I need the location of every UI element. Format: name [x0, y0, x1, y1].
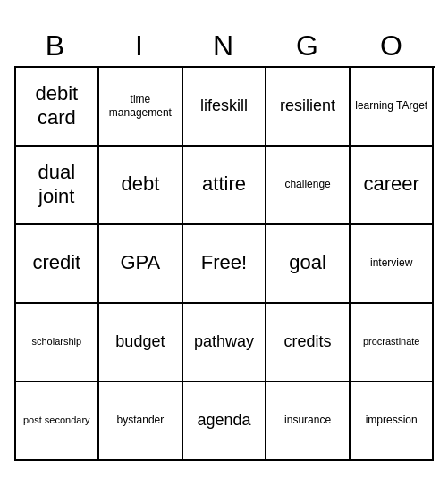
bingo-cell-22[interactable]: agenda — [183, 382, 267, 461]
bingo-grid: debit cardtime managementlifeskillresili… — [14, 66, 435, 461]
cell-text-15: scholarship — [31, 336, 81, 348]
bingo-cell-21[interactable]: bystander — [99, 382, 183, 461]
bingo-cell-14[interactable]: interview — [351, 225, 435, 304]
bingo-cell-1[interactable]: time management — [99, 68, 183, 147]
header-g: G — [266, 26, 351, 66]
bingo-card: B I N G O debit cardtime managementlifes… — [14, 26, 435, 461]
bingo-cell-0[interactable]: debit card — [16, 68, 100, 147]
bingo-cell-11[interactable]: GPA — [99, 225, 183, 304]
bingo-cell-23[interactable]: insurance — [266, 382, 351, 461]
cell-text-17: pathway — [194, 332, 254, 352]
cell-text-23: insurance — [284, 414, 331, 426]
header-b: B — [14, 26, 98, 66]
cell-text-20: post secondary — [23, 415, 90, 426]
header-o: O — [351, 26, 435, 66]
cell-text-4: learning TArget — [355, 99, 427, 112]
cell-text-11: GPA — [120, 251, 160, 274]
bingo-cell-13[interactable]: goal — [266, 225, 351, 304]
bingo-cell-20[interactable]: post secondary — [16, 382, 100, 461]
bingo-cell-16[interactable]: budget — [99, 304, 183, 382]
cell-text-7: attire — [202, 172, 246, 196]
bingo-cell-24[interactable]: impression — [351, 382, 435, 461]
bingo-cell-8[interactable]: challenge — [266, 147, 351, 225]
bingo-cell-18[interactable]: credits — [266, 304, 351, 382]
bingo-cell-9[interactable]: career — [351, 147, 435, 225]
cell-text-6: debt — [121, 172, 159, 196]
bingo-cell-5[interactable]: dual joint — [16, 147, 100, 225]
bingo-cell-7[interactable]: attire — [183, 147, 267, 225]
header-i: I — [98, 26, 182, 66]
cell-text-3: resilient — [280, 96, 335, 116]
cell-text-22: agenda — [197, 411, 250, 431]
cell-text-16: budget — [115, 332, 165, 352]
cell-text-5: dual joint — [20, 161, 95, 208]
bingo-cell-12[interactable]: Free! — [183, 225, 267, 304]
bingo-cell-17[interactable]: pathway — [183, 304, 267, 382]
bingo-cell-10[interactable]: credit — [16, 225, 100, 304]
bingo-cell-4[interactable]: learning TArget — [351, 68, 435, 147]
bingo-cell-6[interactable]: debt — [99, 147, 183, 225]
cell-text-19: procrastinate — [363, 336, 420, 348]
cell-text-24: impression — [366, 414, 418, 426]
bingo-cell-19[interactable]: procrastinate — [351, 304, 435, 382]
cell-text-21: bystander — [117, 414, 165, 426]
cell-text-0: debit card — [20, 82, 95, 130]
header-n: N — [182, 26, 266, 66]
bingo-cell-15[interactable]: scholarship — [16, 304, 100, 382]
cell-text-18: credits — [284, 332, 332, 352]
cell-text-13: goal — [289, 251, 326, 274]
cell-text-12: Free! — [201, 251, 247, 274]
cell-text-2: lifeskill — [200, 96, 248, 116]
cell-text-8: challenge — [284, 178, 330, 190]
cell-text-9: career — [364, 172, 419, 196]
cell-text-1: time management — [103, 93, 178, 119]
cell-text-14: interview — [370, 256, 412, 269]
cell-text-10: credit — [32, 251, 80, 274]
bingo-header: B I N G O — [14, 26, 435, 66]
bingo-cell-3[interactable]: resilient — [266, 68, 351, 147]
bingo-cell-2[interactable]: lifeskill — [183, 68, 267, 147]
